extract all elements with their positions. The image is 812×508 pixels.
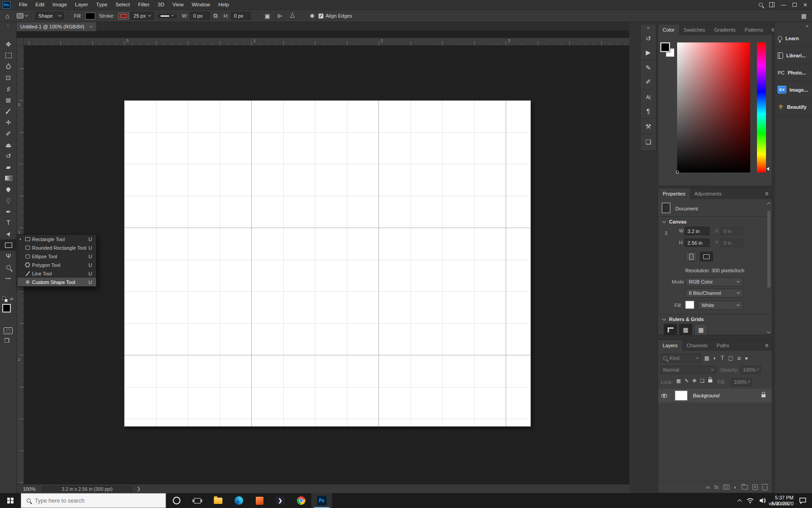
flyout-item-line-tool[interactable]: Line ToolU bbox=[18, 269, 96, 278]
clock[interactable]: 5:37 PM 5/30/2020 wtvid.com bbox=[771, 495, 794, 507]
filter-pixel-layers-icon[interactable]: ▦ bbox=[704, 355, 709, 361]
layer-row-background[interactable]: Background bbox=[658, 389, 772, 402]
toggle-rulers-button[interactable] bbox=[664, 324, 677, 336]
tab-gradients[interactable]: Gradients bbox=[710, 24, 740, 35]
path-operations-icon[interactable]: ▣ bbox=[265, 13, 270, 19]
tab-layers[interactable]: Layers bbox=[658, 340, 682, 351]
menu-help[interactable]: Help bbox=[214, 0, 233, 9]
image-exchange-panel[interactable]: EXImage... bbox=[775, 81, 812, 98]
delete-layer-icon[interactable] bbox=[762, 485, 767, 490]
foreground-color-swatch[interactable] bbox=[2, 304, 11, 312]
photoshop-button[interactable]: Ps bbox=[311, 493, 332, 508]
scrollbar-thumb[interactable] bbox=[767, 211, 770, 288]
layer-group-icon[interactable] bbox=[742, 485, 748, 489]
toggle-grid-button[interactable]: ▦ bbox=[679, 324, 692, 336]
pc-photo-panel[interactable]: PCPhoto... bbox=[775, 64, 812, 81]
tool-mode-dropdown[interactable]: Shape bbox=[35, 12, 64, 20]
saturation-brightness-box[interactable] bbox=[677, 42, 750, 172]
rulers-grids-section-header[interactable]: Rulers & Grids bbox=[663, 317, 704, 322]
chrome-button[interactable] bbox=[291, 493, 311, 508]
lock-all-icon[interactable] bbox=[708, 379, 712, 382]
hidden-icons-chevron[interactable] bbox=[738, 499, 742, 503]
tool-presets-icon[interactable]: ⚒ bbox=[641, 119, 656, 133]
gear-icon[interactable]: ✱ bbox=[310, 13, 315, 19]
eraser-tool[interactable]: ▰ bbox=[0, 162, 17, 173]
learn-panel[interactable]: Learn bbox=[775, 30, 812, 47]
collapse-dock-icon[interactable]: « bbox=[775, 22, 812, 30]
properties-scrollbar[interactable] bbox=[767, 202, 771, 333]
scroll-down-icon[interactable] bbox=[767, 330, 770, 333]
home-icon[interactable]: ⌂ bbox=[5, 12, 9, 20]
rectangle-tool[interactable] bbox=[0, 239, 17, 251]
beautify-panel[interactable]: ⚜Beautify bbox=[775, 98, 812, 116]
scroll-up-icon[interactable] bbox=[767, 202, 770, 206]
blend-mode-dropdown[interactable]: Normal bbox=[660, 366, 716, 374]
type-tool[interactable]: T bbox=[0, 217, 17, 228]
canvas-fill-dropdown[interactable]: White bbox=[698, 301, 743, 310]
brush-tool[interactable]: ✐ bbox=[0, 128, 17, 140]
eyedropper-tool[interactable] bbox=[0, 106, 17, 117]
clone-stamp-tool[interactable]: ⏏ bbox=[0, 139, 17, 150]
color-sample-marker[interactable] bbox=[676, 171, 679, 174]
expand-panels-icon[interactable]: » bbox=[641, 24, 656, 31]
action-center-icon[interactable] bbox=[799, 497, 807, 504]
hand-tool[interactable]: Ψ bbox=[0, 251, 17, 262]
tab-paths[interactable]: Paths bbox=[712, 340, 734, 351]
path-arrangement-icon[interactable]: ⧊ bbox=[290, 12, 295, 19]
edge-button[interactable] bbox=[228, 493, 249, 508]
libraries-panel[interactable]: Librari... bbox=[775, 47, 812, 64]
restore-button[interactable] bbox=[793, 3, 797, 7]
tab-channels[interactable]: Channels bbox=[682, 340, 712, 351]
stroke-style-dropdown[interactable] bbox=[157, 14, 176, 18]
hue-slider-marker[interactable] bbox=[766, 167, 769, 171]
file-explorer-button[interactable] bbox=[208, 493, 228, 508]
foreground-background-colors[interactable]: ⇄ bbox=[0, 297, 17, 323]
rectangular-marquee-tool[interactable] bbox=[0, 50, 17, 61]
status-options-chevron[interactable]: ❯ bbox=[137, 486, 140, 491]
wifi-icon[interactable] bbox=[747, 498, 754, 503]
flyout-item-rounded-rectangle-tool[interactable]: Rounded Rectangle ToolU bbox=[18, 243, 96, 252]
start-button[interactable] bbox=[0, 493, 21, 508]
document-canvas[interactable] bbox=[124, 100, 531, 427]
lock-artboard-icon[interactable]: ❏ bbox=[700, 378, 705, 384]
crop-tool[interactable]: ♯ bbox=[0, 84, 17, 95]
close-tab-icon[interactable]: × bbox=[90, 24, 92, 29]
menu-window[interactable]: Window bbox=[188, 0, 214, 9]
tab-swatches[interactable]: Swatches bbox=[679, 24, 710, 35]
layer-name[interactable]: Background bbox=[693, 393, 720, 398]
workspace-icon[interactable]: ▦ bbox=[801, 13, 807, 19]
zoom-tool[interactable] bbox=[0, 262, 17, 273]
history-brush-tool[interactable]: ↺ bbox=[0, 150, 17, 162]
horizontal-ruler[interactable]: 0123 bbox=[17, 38, 629, 46]
hue-slider[interactable] bbox=[757, 42, 766, 172]
flyout-item-custom-shape-tool[interactable]: ❋Custom Shape ToolU bbox=[18, 278, 96, 286]
tool-preset-picker[interactable] bbox=[17, 13, 28, 19]
zoom-level-field[interactable]: 100% bbox=[23, 486, 36, 492]
office-button[interactable] bbox=[249, 493, 270, 508]
link-layers-icon[interactable]: ∞ bbox=[706, 484, 710, 490]
filter-toggle-icon[interactable]: ● bbox=[745, 355, 748, 361]
flyout-item-polygon-tool[interactable]: Polygon ToolU bbox=[18, 261, 96, 269]
canvas-width-field[interactable]: 3.2 in bbox=[684, 227, 710, 235]
search-input[interactable] bbox=[35, 498, 143, 504]
bit-depth-dropdown[interactable]: 8 Bits/Channel bbox=[685, 289, 743, 298]
move-tool[interactable]: ✥ bbox=[0, 39, 17, 50]
quick-mask-button[interactable] bbox=[4, 327, 13, 334]
search-icon[interactable] bbox=[759, 3, 763, 7]
menu-view[interactable]: View bbox=[168, 0, 188, 9]
history-icon[interactable]: ↺ bbox=[641, 31, 656, 45]
shape-height-field[interactable]: 0 px bbox=[231, 12, 251, 20]
path-selection-tool[interactable]: ➤ bbox=[0, 228, 17, 240]
canvas-height-field[interactable]: 2.56 in bbox=[684, 238, 710, 247]
stroke-width-field[interactable]: 25 px bbox=[130, 12, 154, 20]
blur-tool[interactable] bbox=[0, 184, 17, 195]
tab-properties[interactable]: Properties bbox=[658, 188, 690, 199]
layer-fill-field[interactable]: 100% bbox=[731, 378, 752, 386]
tab-adjustments[interactable]: Adjustments bbox=[690, 188, 726, 199]
swap-colors-icon[interactable]: ⇄ bbox=[10, 297, 14, 301]
dodge-tool[interactable]: ⍜ bbox=[0, 195, 17, 206]
filter-smart-objects-icon[interactable]: ⧈ bbox=[737, 355, 741, 361]
taskbar-search-box[interactable] bbox=[21, 493, 166, 508]
pen-tool[interactable]: ✒ bbox=[0, 206, 17, 217]
canvas-section-header[interactable]: Canvas bbox=[663, 219, 687, 224]
